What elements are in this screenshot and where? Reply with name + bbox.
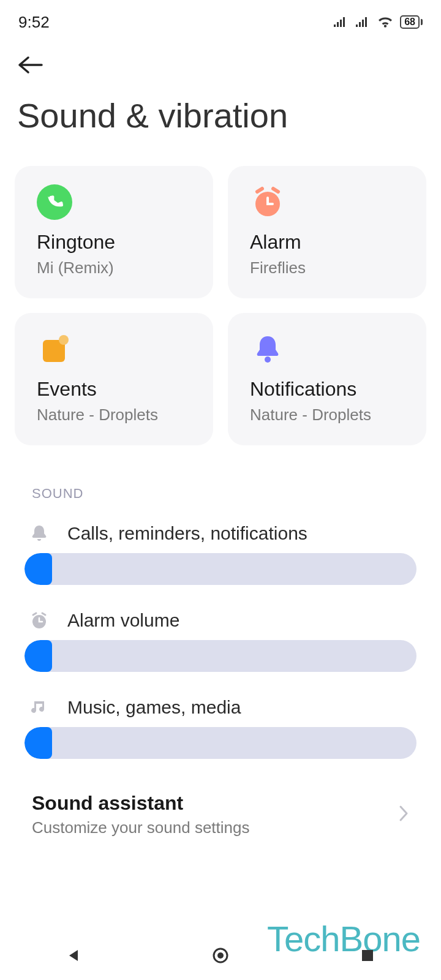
calls-volume-block: Calls, reminders, notifications	[15, 513, 426, 600]
sound-assistant-item[interactable]: Sound assistant Customize your sound set…	[15, 774, 426, 843]
notifications-card[interactable]: Notifications Nature - Droplets	[228, 313, 426, 445]
slider-fill	[24, 640, 52, 672]
alarm-card[interactable]: Alarm Fireflies	[228, 166, 426, 298]
phone-icon	[37, 184, 72, 220]
back-button[interactable]	[0, 37, 441, 89]
sound-section-header: SOUND	[15, 445, 426, 513]
battery-level: 68	[400, 15, 420, 29]
media-volume-slider[interactable]	[24, 727, 417, 759]
calls-volume-slider[interactable]	[24, 553, 417, 585]
notifications-title: Notifications	[250, 378, 404, 401]
status-right: 68	[333, 15, 423, 29]
status-bar: 9:52 68	[0, 0, 441, 37]
sound-cards-grid: Ringtone Mi (Remix) Alarm Fireflies	[15, 166, 426, 445]
media-volume-label: Music, games, media	[67, 697, 241, 718]
arrow-left-icon	[17, 55, 44, 75]
sound-assistant-title: Sound assistant	[32, 792, 250, 815]
media-volume-block: Music, games, media	[15, 687, 426, 774]
battery-indicator: 68	[400, 15, 423, 29]
slider-fill	[24, 727, 52, 759]
svg-point-3	[59, 335, 69, 345]
nav-recent-button[interactable]	[356, 944, 379, 967]
wifi-icon	[377, 15, 394, 29]
signal-icon-2	[355, 16, 371, 28]
events-card[interactable]: Events Nature - Droplets	[15, 313, 213, 445]
ringtone-subtitle: Mi (Remix)	[37, 258, 191, 277]
chevron-right-icon	[398, 804, 409, 825]
alarm-volume-block: Alarm volume	[15, 600, 426, 687]
ringtone-card[interactable]: Ringtone Mi (Remix)	[15, 166, 213, 298]
bell-icon	[250, 331, 285, 367]
signal-icon-1	[333, 16, 349, 28]
calls-volume-label: Calls, reminders, notifications	[67, 523, 307, 544]
bell-icon	[28, 522, 50, 545]
alarm-icon	[28, 609, 50, 631]
calendar-icon	[37, 331, 72, 367]
alarm-volume-slider[interactable]	[24, 640, 417, 672]
svg-rect-8	[362, 950, 373, 961]
alarm-volume-label: Alarm volume	[67, 610, 179, 631]
page-title: Sound & vibration	[0, 89, 441, 166]
alarm-icon	[250, 184, 285, 220]
svg-point-7	[217, 952, 224, 959]
ringtone-title: Ringtone	[37, 231, 191, 254]
status-time: 9:52	[18, 13, 50, 32]
alarm-title: Alarm	[250, 231, 404, 254]
events-title: Events	[37, 378, 191, 401]
slider-fill	[24, 553, 52, 585]
notifications-subtitle: Nature - Droplets	[250, 405, 404, 424]
sound-assistant-subtitle: Customize your sound settings	[32, 818, 250, 837]
nav-home-button[interactable]	[209, 944, 232, 967]
nav-back-button[interactable]	[62, 944, 85, 967]
navigation-bar	[0, 931, 441, 980]
music-icon	[28, 696, 50, 718]
alarm-subtitle: Fireflies	[250, 258, 404, 277]
events-subtitle: Nature - Droplets	[37, 405, 191, 424]
svg-point-4	[265, 356, 271, 363]
